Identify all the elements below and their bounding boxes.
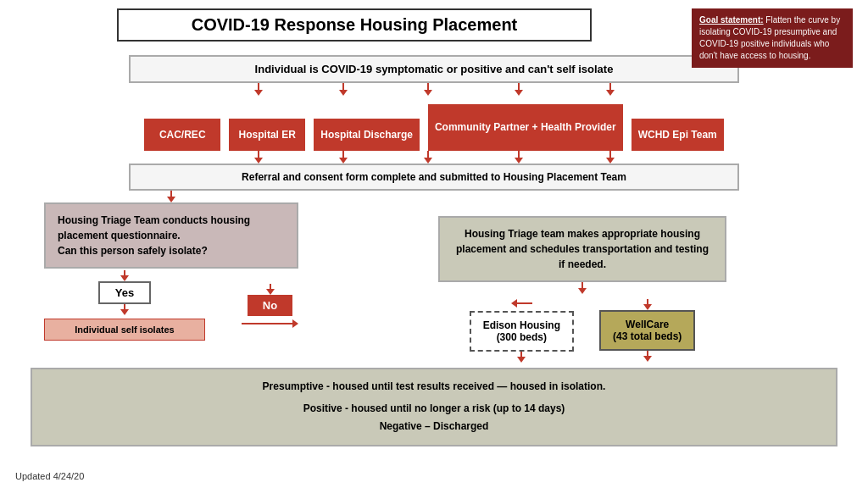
wellcare-box: WellCare(43 total beds) [599, 310, 695, 351]
housing-section: Housing Triage team makes appropriate ho… [315, 202, 841, 363]
yes-no-row: Yes Individual self isolates No [44, 270, 298, 341]
yes-box: Yes [98, 281, 151, 304]
bottom-line2: Positive - housed until no longer a risk… [49, 400, 819, 436]
updated-text: Updated 4/24/20 [15, 471, 84, 481]
discharge-arrow2 [390, 151, 466, 164]
page-title: COVID-19 Response Housing Placement [117, 8, 592, 42]
referral-box: Referral and consent form complete and s… [129, 164, 739, 191]
housing-to-beds-arrow [578, 282, 587, 294]
community-arrow [475, 83, 564, 96]
triage-section: Housing Triage Team conducts housing pla… [27, 202, 315, 341]
housing-triage-box: Housing Triage team makes appropriate ho… [438, 216, 726, 282]
wchd-arrow [572, 83, 648, 96]
bottom-line1: Presumptive - housed until test results … [49, 378, 819, 396]
source-wchd: WCHD Epi Team [632, 119, 724, 151]
bottom-box: Presumptive - housed until test results … [31, 368, 837, 446]
referral-to-triage-arrow [167, 191, 175, 202]
beds-row: Edison Housing(300 beds) WellCare(43 tot… [470, 299, 696, 363]
source-discharge: Hospital Discharge [314, 119, 420, 151]
no-box: No [248, 295, 292, 316]
goal-label: Goal statement: [699, 15, 764, 25]
er-arrow [305, 83, 381, 96]
er-arrow2 [305, 151, 381, 164]
sources-row: CAC/REC Hospital ER Hospital Discharge C… [144, 104, 724, 151]
triage-box: Housing Triage Team conducts housing pla… [44, 202, 298, 269]
community-arrow2 [475, 151, 564, 164]
discharge-arrow [390, 83, 466, 96]
source-cac: CAC/REC [144, 119, 220, 151]
source-community: Community Partner + Health Provider [428, 104, 623, 151]
goal-statement-box: Goal statement: Flatten the curve by iso… [692, 8, 853, 68]
source-er: Hospital ER [229, 119, 305, 151]
self-isolates-box: Individual self isolates [44, 319, 205, 341]
individual-box: Individual is COVID-19 symptomatic or po… [129, 55, 739, 83]
cac-arrow [220, 83, 297, 96]
wchd-arrow2 [572, 151, 648, 164]
edison-box: Edison Housing(300 beds) [470, 311, 574, 352]
cac-arrow2 [220, 151, 297, 164]
